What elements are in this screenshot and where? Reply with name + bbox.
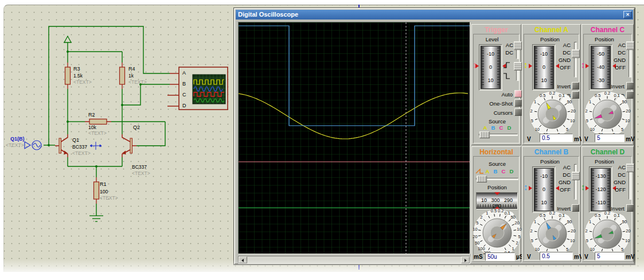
channel-c-coupling-switch[interactable] — [626, 41, 634, 79]
auto-label: Auto — [489, 91, 513, 98]
svg-text:0.5: 0.5 — [540, 213, 545, 218]
gauge-number: -40 — [591, 64, 610, 70]
transistor-q2[interactable] — [122, 134, 136, 157]
channel-b-title: Channel B — [522, 148, 580, 156]
trigger-ac-label: AC — [499, 42, 513, 48]
channel-b-value-input[interactable]: 0.5 — [540, 252, 573, 260]
coupling-gnd-label: GND — [556, 57, 571, 63]
svg-text:10: 10 — [517, 227, 521, 232]
coupling-off-label: OFF — [611, 64, 626, 71]
close-icon: ✕ — [626, 12, 630, 17]
auto-button[interactable] — [514, 90, 522, 98]
svg-text:2: 2 — [530, 108, 532, 114]
horizontal-panel-title: Horizontal — [472, 148, 521, 156]
svg-text:0.2: 0.2 — [498, 208, 504, 213]
channel-d-coupling-switch[interactable] — [626, 163, 634, 201]
generator-text: <TEXT> — [6, 142, 24, 148]
ground-icon[interactable] — [89, 216, 103, 221]
channel-a-value-input[interactable]: 0.5 — [540, 134, 573, 142]
svg-text:1: 1 — [589, 219, 591, 224]
svg-text:20: 20 — [571, 228, 575, 234]
coupling-off-label: OFF — [556, 186, 571, 193]
trigger-coupling-switch[interactable] — [514, 41, 522, 60]
trigger-edge-icons — [502, 60, 512, 81]
coupling-gnd-label: GND — [611, 179, 626, 185]
svg-text:1: 1 — [486, 211, 488, 216]
scope-pin-b: B — [182, 81, 186, 87]
svg-text:50: 50 — [510, 215, 515, 220]
horizontal-value-input[interactable]: 50u — [485, 252, 515, 261]
horizontal-source-label: Source — [480, 161, 514, 167]
v-unit-label: V — [584, 254, 588, 260]
trigger-source-slider[interactable] — [479, 131, 518, 138]
channel-c-panel: Channel C Position ↕ -50 -40 -30 AC DC G… — [581, 24, 634, 145]
display-scrollbar[interactable] — [238, 256, 470, 264]
channel-c-value-input[interactable]: 5 — [595, 134, 625, 142]
q2-value: BC337 — [132, 164, 147, 170]
svg-text:20: 20 — [515, 220, 520, 225]
close-button[interactable]: ✕ — [623, 11, 632, 18]
transistor-q1[interactable] — [55, 134, 68, 157]
scope-part[interactable] — [167, 67, 228, 110]
scroll-left-button[interactable] — [239, 256, 247, 263]
gauge-number: 10 — [534, 77, 553, 83]
svg-text:0.1: 0.1 — [504, 211, 510, 216]
generator-icon[interactable] — [25, 141, 41, 150]
power-icon[interactable] — [64, 36, 71, 42]
r3-text: <TEXT> — [73, 79, 92, 85]
window-titlebar[interactable]: Digital Oscilloscope ✕ — [236, 10, 633, 20]
svg-text:2: 2 — [516, 240, 518, 246]
svg-text:2: 2 — [585, 108, 587, 114]
cursors-button[interactable] — [514, 108, 522, 116]
trigger-level-gauge[interactable]: -10 0 10 — [479, 44, 502, 91]
gauge-number: -10 — [534, 173, 553, 179]
svg-text:0.5: 0.5 — [491, 208, 497, 213]
gauge-number: -130 — [591, 173, 610, 179]
svg-text:10: 10 — [570, 238, 575, 243]
source-a-label: A — [484, 168, 491, 174]
gauge-number: 0 — [534, 64, 553, 70]
r4-text: <TEXT> — [128, 79, 147, 85]
coupling-ac-label: AC — [556, 42, 571, 48]
gauge-number: -110 — [591, 200, 610, 205]
svg-text:2: 2 — [480, 215, 482, 220]
gauge-number: 0 — [534, 186, 553, 192]
scroll-right-button[interactable] — [461, 256, 470, 263]
horizontal-source-slider[interactable] — [476, 176, 518, 182]
source-d-label: D — [508, 168, 515, 174]
q2-text: <TEXT> — [132, 170, 150, 176]
gauge-number: -10 — [481, 51, 500, 57]
coupling-gnd-label: GND — [556, 179, 571, 185]
svg-text:5: 5 — [476, 220, 478, 225]
trigger-edge-switch[interactable] — [514, 61, 522, 82]
svg-text:0.2: 0.2 — [604, 91, 610, 96]
one-shot-label: One-Shot — [483, 100, 513, 107]
channel-a-coupling-switch[interactable] — [572, 41, 580, 79]
v-unit-label: V — [584, 136, 588, 142]
channel-c-position-arrow-icon[interactable]: ↕ — [581, 60, 586, 69]
horizontal-position-label: Position — [480, 184, 514, 190]
svg-text:5: 5 — [621, 127, 623, 132]
source-c-label: C — [500, 168, 507, 174]
svg-text:20: 20 — [473, 234, 477, 239]
coupling-off-label: OFF — [556, 64, 571, 71]
channel-d-value-input[interactable]: 5 — [595, 252, 625, 260]
svg-text:5: 5 — [518, 234, 520, 239]
one-shot-button[interactable] — [514, 99, 522, 107]
coupling-gnd-label: GND — [611, 57, 626, 63]
channel-d-position-arrow-icon[interactable]: ↕ — [581, 182, 586, 191]
source-a-label: A — [482, 125, 489, 131]
channel-a-panel: Channel A Position ↕ -10 0 10 AC DC GND … — [522, 24, 581, 145]
svg-text:10: 10 — [590, 247, 595, 252]
trigger-panel: Trigger Level ↕ -10 0 10 AC DC — [471, 24, 521, 145]
scope-pin-d: D — [182, 103, 186, 108]
svg-text:10: 10 — [535, 247, 540, 252]
gauge-number: -10 — [534, 51, 553, 57]
channel-a-position-arrow-icon[interactable]: ↕ — [524, 60, 528, 69]
svg-text:1: 1 — [534, 219, 536, 224]
channel-b-coupling-switch[interactable] — [572, 163, 580, 201]
svg-text:0.1: 0.1 — [559, 93, 565, 98]
channel-b-position-arrow-icon[interactable]: ↕ — [524, 182, 528, 191]
svg-text:20: 20 — [571, 108, 575, 114]
svg-text:100: 100 — [478, 246, 485, 251]
